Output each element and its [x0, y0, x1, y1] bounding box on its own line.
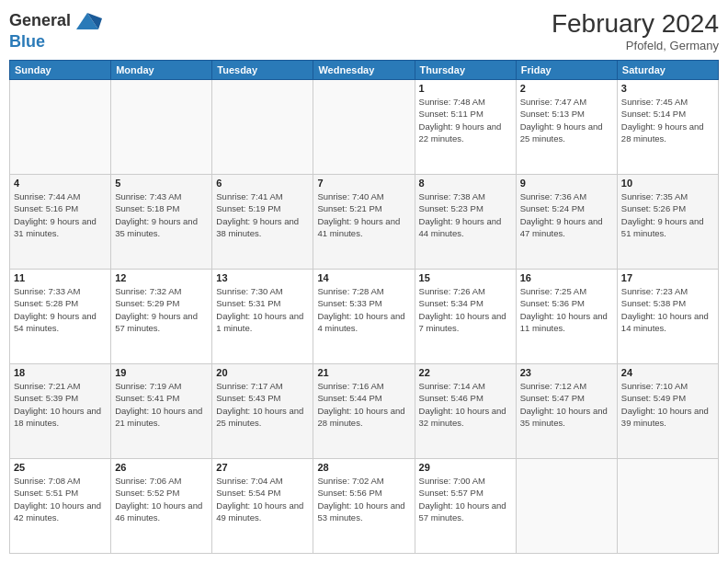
calendar-cell: 20Sunrise: 7:17 AM Sunset: 5:43 PM Dayli… [212, 364, 313, 459]
calendar-cell: 14Sunrise: 7:28 AM Sunset: 5:33 PM Dayli… [313, 270, 415, 364]
day-info: Sunrise: 7:17 AM Sunset: 5:43 PM Dayligh… [216, 380, 309, 429]
day-info: Sunrise: 7:04 AM Sunset: 5:54 PM Dayligh… [216, 475, 309, 523]
day-info: Sunrise: 7:06 AM Sunset: 5:52 PM Dayligh… [115, 475, 208, 523]
day-number: 7 [317, 178, 410, 189]
calendar-cell: 13Sunrise: 7:30 AM Sunset: 5:31 PM Dayli… [212, 270, 313, 364]
day-info: Sunrise: 7:23 AM Sunset: 5:38 PM Dayligh… [621, 285, 714, 334]
calendar-cell: 3Sunrise: 7:45 AM Sunset: 5:14 PM Daylig… [617, 80, 718, 175]
calendar-cell: 6Sunrise: 7:41 AM Sunset: 5:19 PM Daylig… [212, 175, 313, 270]
calendar-cell: 5Sunrise: 7:43 AM Sunset: 5:18 PM Daylig… [111, 175, 212, 270]
day-number: 14 [317, 272, 410, 283]
weekday-header-monday: Monday [111, 61, 212, 80]
calendar-header-row: SundayMondayTuesdayWednesdayThursdayFrid… [10, 61, 719, 80]
weekday-header-tuesday: Tuesday [212, 61, 313, 80]
calendar-cell: 11Sunrise: 7:33 AM Sunset: 5:28 PM Dayli… [10, 270, 111, 364]
calendar-cell: 26Sunrise: 7:06 AM Sunset: 5:52 PM Dayli… [111, 459, 212, 554]
day-info: Sunrise: 7:21 AM Sunset: 5:39 PM Dayligh… [14, 380, 107, 429]
day-number: 8 [419, 178, 512, 189]
day-number: 27 [216, 462, 309, 473]
day-info: Sunrise: 7:35 AM Sunset: 5:26 PM Dayligh… [621, 190, 714, 239]
day-number: 1 [419, 83, 512, 94]
calendar-cell: 27Sunrise: 7:04 AM Sunset: 5:54 PM Dayli… [212, 459, 313, 554]
calendar-cell: 24Sunrise: 7:10 AM Sunset: 5:49 PM Dayli… [617, 364, 718, 459]
day-info: Sunrise: 7:12 AM Sunset: 5:47 PM Dayligh… [520, 380, 613, 429]
day-number: 20 [216, 367, 309, 378]
day-number: 22 [419, 367, 512, 378]
calendar-cell: 18Sunrise: 7:21 AM Sunset: 5:39 PM Dayli… [10, 364, 111, 459]
weekday-header-sunday: Sunday [10, 61, 111, 80]
logo-icon [73, 9, 102, 33]
day-number: 9 [520, 178, 613, 189]
calendar-cell: 22Sunrise: 7:14 AM Sunset: 5:46 PM Dayli… [415, 364, 516, 459]
day-number: 5 [115, 178, 208, 189]
day-info: Sunrise: 7:26 AM Sunset: 5:34 PM Dayligh… [419, 285, 512, 334]
calendar-week-0: 1Sunrise: 7:48 AM Sunset: 5:11 PM Daylig… [10, 80, 719, 175]
day-number: 25 [14, 462, 107, 473]
day-number: 24 [621, 367, 714, 378]
day-info: Sunrise: 7:00 AM Sunset: 5:57 PM Dayligh… [419, 475, 512, 523]
calendar-cell [212, 80, 313, 175]
calendar-cell: 17Sunrise: 7:23 AM Sunset: 5:38 PM Dayli… [617, 270, 718, 364]
calendar-cell [10, 80, 111, 175]
calendar-cell: 1Sunrise: 7:48 AM Sunset: 5:11 PM Daylig… [415, 80, 516, 175]
calendar-week-2: 11Sunrise: 7:33 AM Sunset: 5:28 PM Dayli… [10, 270, 719, 364]
calendar-cell [617, 459, 718, 554]
day-info: Sunrise: 7:38 AM Sunset: 5:23 PM Dayligh… [419, 190, 512, 239]
location: Pfofeld, Germany [552, 39, 719, 52]
day-number: 3 [621, 83, 714, 94]
calendar-week-1: 4Sunrise: 7:44 AM Sunset: 5:16 PM Daylig… [10, 175, 719, 270]
weekday-header-thursday: Thursday [415, 61, 516, 80]
weekday-header-friday: Friday [516, 61, 617, 80]
calendar-cell: 2Sunrise: 7:47 AM Sunset: 5:13 PM Daylig… [516, 80, 617, 175]
weekday-header-saturday: Saturday [617, 61, 718, 80]
calendar-cell: 10Sunrise: 7:35 AM Sunset: 5:26 PM Dayli… [617, 175, 718, 270]
calendar-cell: 25Sunrise: 7:08 AM Sunset: 5:51 PM Dayli… [10, 459, 111, 554]
page: General Blue February 2024 Pfofeld, Germ… [0, 0, 728, 563]
calendar-week-3: 18Sunrise: 7:21 AM Sunset: 5:39 PM Dayli… [10, 364, 719, 459]
day-info: Sunrise: 7:40 AM Sunset: 5:21 PM Dayligh… [317, 190, 410, 239]
calendar-cell [516, 459, 617, 554]
day-number: 10 [621, 178, 714, 189]
calendar-cell: 29Sunrise: 7:00 AM Sunset: 5:57 PM Dayli… [415, 459, 516, 554]
day-info: Sunrise: 7:41 AM Sunset: 5:19 PM Dayligh… [216, 190, 309, 239]
calendar-cell: 8Sunrise: 7:38 AM Sunset: 5:23 PM Daylig… [415, 175, 516, 270]
day-info: Sunrise: 7:08 AM Sunset: 5:51 PM Dayligh… [14, 475, 107, 523]
weekday-header-wednesday: Wednesday [313, 61, 415, 80]
day-number: 29 [419, 462, 512, 473]
day-number: 6 [216, 178, 309, 189]
day-info: Sunrise: 7:25 AM Sunset: 5:36 PM Dayligh… [520, 285, 613, 334]
day-number: 18 [14, 367, 107, 378]
title-block: February 2024 Pfofeld, Germany [552, 9, 719, 52]
day-number: 19 [115, 367, 208, 378]
day-number: 26 [115, 462, 208, 473]
header: General Blue February 2024 Pfofeld, Germ… [9, 9, 719, 52]
calendar-cell: 4Sunrise: 7:44 AM Sunset: 5:16 PM Daylig… [10, 175, 111, 270]
logo-general: General [9, 11, 71, 29]
calendar-cell: 19Sunrise: 7:19 AM Sunset: 5:41 PM Dayli… [111, 364, 212, 459]
calendar-cell: 16Sunrise: 7:25 AM Sunset: 5:36 PM Dayli… [516, 270, 617, 364]
day-info: Sunrise: 7:48 AM Sunset: 5:11 PM Dayligh… [419, 96, 512, 144]
day-number: 21 [317, 367, 410, 378]
day-info: Sunrise: 7:43 AM Sunset: 5:18 PM Dayligh… [115, 190, 208, 239]
day-number: 2 [520, 83, 613, 94]
day-info: Sunrise: 7:32 AM Sunset: 5:29 PM Dayligh… [115, 285, 208, 334]
calendar-cell: 12Sunrise: 7:32 AM Sunset: 5:29 PM Dayli… [111, 270, 212, 364]
month-year: February 2024 [552, 9, 719, 39]
day-info: Sunrise: 7:28 AM Sunset: 5:33 PM Dayligh… [317, 285, 410, 334]
day-number: 11 [14, 272, 107, 283]
calendar-cell: 23Sunrise: 7:12 AM Sunset: 5:47 PM Dayli… [516, 364, 617, 459]
calendar-cell: 7Sunrise: 7:40 AM Sunset: 5:21 PM Daylig… [313, 175, 415, 270]
logo: General Blue [9, 9, 102, 52]
day-info: Sunrise: 7:33 AM Sunset: 5:28 PM Dayligh… [14, 285, 107, 334]
day-info: Sunrise: 7:19 AM Sunset: 5:41 PM Dayligh… [115, 380, 208, 429]
day-info: Sunrise: 7:47 AM Sunset: 5:13 PM Dayligh… [520, 96, 613, 144]
calendar-cell: 9Sunrise: 7:36 AM Sunset: 5:24 PM Daylig… [516, 175, 617, 270]
day-info: Sunrise: 7:10 AM Sunset: 5:49 PM Dayligh… [621, 380, 714, 429]
day-number: 28 [317, 462, 410, 473]
day-number: 12 [115, 272, 208, 283]
day-info: Sunrise: 7:45 AM Sunset: 5:14 PM Dayligh… [621, 96, 714, 144]
day-info: Sunrise: 7:30 AM Sunset: 5:31 PM Dayligh… [216, 285, 309, 334]
calendar-cell: 15Sunrise: 7:26 AM Sunset: 5:34 PM Dayli… [415, 270, 516, 364]
calendar-cell: 21Sunrise: 7:16 AM Sunset: 5:44 PM Dayli… [313, 364, 415, 459]
day-number: 15 [419, 272, 512, 283]
